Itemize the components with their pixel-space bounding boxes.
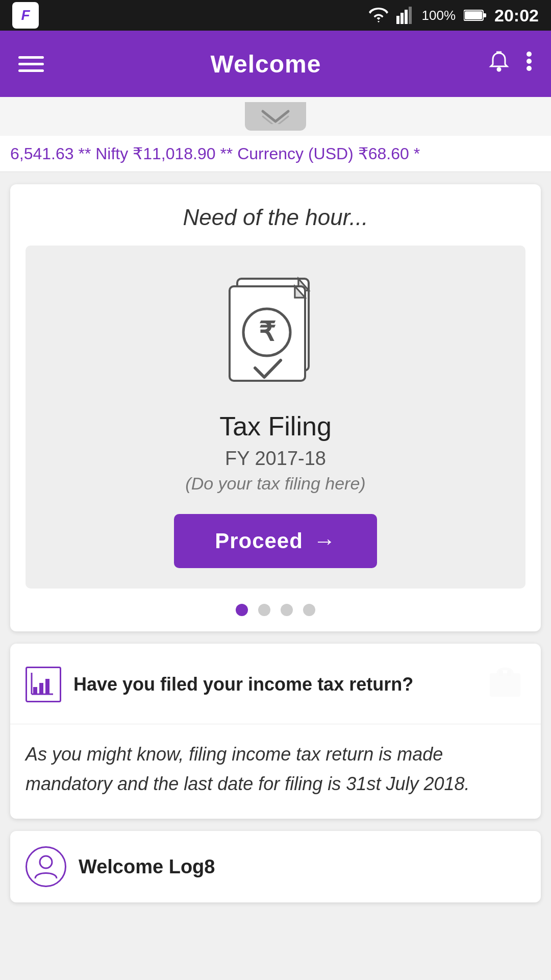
welcome-log-card[interactable]: Welcome Log8 (10, 831, 541, 902)
main-feature-card: Need of the hour... ₹ Tax Filing (10, 184, 541, 631)
svg-rect-3 (409, 7, 412, 24)
svg-rect-16 (33, 687, 37, 694)
svg-rect-2 (405, 10, 408, 24)
battery-text: 100% (422, 8, 456, 23)
tax-filing-description: (Do your tax filing here) (185, 474, 365, 494)
proceed-arrow-icon: → (313, 528, 336, 554)
time-display: 20:02 (494, 6, 539, 26)
status-bar-right: 100% 20:02 (369, 6, 539, 26)
wifi-icon (369, 8, 388, 23)
info-card-text: As you might know, filing income tax ret… (26, 740, 525, 798)
dot-4[interactable] (303, 604, 315, 616)
dot-2[interactable] (258, 604, 270, 616)
svg-rect-17 (39, 683, 43, 694)
svg-rect-5 (465, 11, 482, 19)
pagination-dots (26, 604, 525, 616)
user-avatar-icon (26, 846, 66, 887)
header-title: Welcome (211, 50, 321, 78)
svg-point-10 (527, 59, 532, 64)
proceed-button-label: Proceed (215, 529, 303, 553)
chevron-down-icon (260, 109, 291, 124)
svg-text:₹: ₹ (259, 317, 276, 347)
dropdown-arrow-area[interactable] (0, 97, 551, 136)
svg-point-7 (497, 68, 500, 71)
status-bar: F 100% 20:02 (0, 0, 551, 31)
hamburger-menu-button[interactable] (18, 56, 44, 72)
svg-rect-23 (507, 670, 511, 676)
flipkart-app-icon: F (12, 2, 39, 29)
svg-rect-1 (400, 13, 404, 24)
proceed-button[interactable]: Proceed → (174, 514, 377, 568)
ticker-bar: 6,541.63 ** Nifty ₹11,018.90 ** Currency… (0, 136, 551, 172)
info-card-title: Have you filed your income tax return? (73, 674, 413, 695)
dot-3[interactable] (281, 604, 293, 616)
tax-filing-subtitle: FY 2017-18 (225, 448, 326, 470)
info-card-header: Have you filed your income tax return? (10, 644, 541, 724)
card-title: Need of the hour... (26, 205, 525, 230)
status-bar-left: F (12, 2, 39, 29)
welcome-log-title: Welcome Log8 (79, 856, 215, 878)
info-card: Have you filed your income tax return? A… (10, 644, 541, 819)
svg-point-9 (527, 52, 532, 57)
header-action-icons (488, 50, 533, 78)
bag-decorative-icon (485, 659, 525, 709)
info-card-body: As you might know, filing income tax ret… (10, 724, 541, 819)
svg-rect-18 (45, 679, 49, 694)
app-header: Welcome (0, 31, 551, 97)
chart-icon (26, 667, 61, 702)
battery-icon (464, 9, 486, 21)
svg-rect-0 (396, 16, 399, 24)
svg-rect-21 (490, 673, 520, 697)
svg-point-11 (527, 66, 532, 71)
notification-bell-icon[interactable] (488, 50, 510, 78)
tax-filing-card: ₹ Tax Filing FY 2017-18 (Do your tax fil… (26, 246, 525, 589)
svg-rect-6 (483, 13, 486, 17)
svg-point-24 (40, 856, 52, 868)
more-options-icon[interactable] (525, 50, 533, 78)
ticker-content: 6,541.63 ** Nifty ₹11,018.90 ** Currency… (0, 144, 551, 163)
dot-1[interactable] (236, 604, 248, 616)
tax-filing-title: Tax Filing (219, 411, 332, 442)
signal-icon (396, 7, 414, 24)
svg-rect-22 (499, 670, 503, 676)
info-card-header-left: Have you filed your income tax return? (26, 667, 413, 702)
tax-document-icon: ₹ (219, 271, 332, 396)
